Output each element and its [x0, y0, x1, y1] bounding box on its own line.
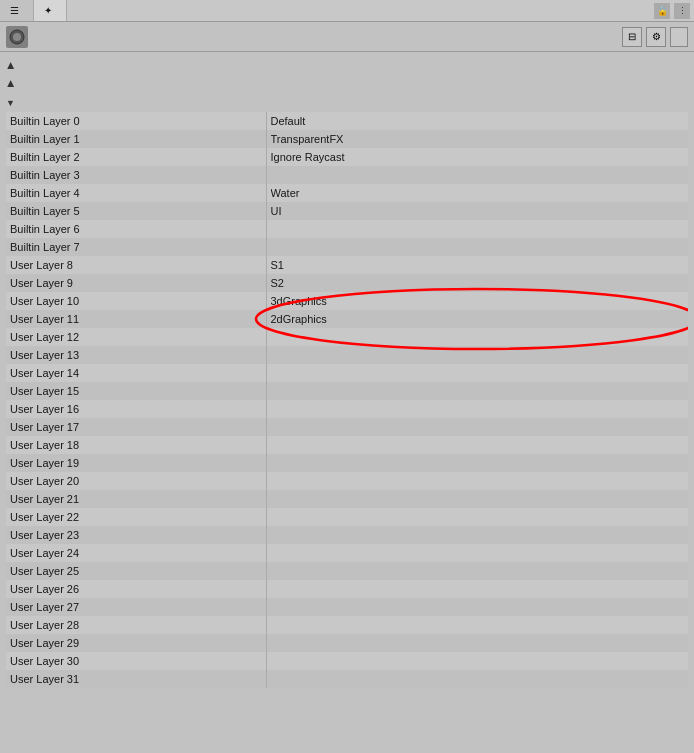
- layer-value-input[interactable]: [271, 115, 685, 127]
- layer-value-input[interactable]: [271, 583, 685, 595]
- layer-row: Builtin Layer 0: [6, 112, 688, 130]
- sorting-layers-section-header[interactable]: ▶: [6, 74, 688, 92]
- sorting-layers-triangle: ▶: [5, 80, 15, 87]
- tab-bar: ☰ ✦ 🔒 ⋮: [0, 0, 694, 22]
- layer-key: User Layer 13: [6, 346, 266, 364]
- layer-value-input[interactable]: [271, 349, 685, 361]
- layer-key: Builtin Layer 7: [6, 238, 266, 256]
- layer-value-input[interactable]: [271, 223, 685, 235]
- open-button[interactable]: [670, 27, 688, 47]
- layer-value-input[interactable]: [271, 511, 685, 523]
- layer-key: User Layer 10: [6, 292, 266, 310]
- layer-value-input[interactable]: [271, 313, 685, 325]
- layer-value-cell: [266, 454, 688, 472]
- layer-value-input[interactable]: [271, 655, 685, 667]
- layer-value-input[interactable]: [271, 295, 685, 307]
- layer-row: User Layer 16: [6, 400, 688, 418]
- layer-row: User Layer 13: [6, 346, 688, 364]
- layer-key: User Layer 24: [6, 544, 266, 562]
- layer-value-cell: [266, 598, 688, 616]
- layer-row: User Layer 23: [6, 526, 688, 544]
- layer-key: Builtin Layer 5: [6, 202, 266, 220]
- layer-value-cell: [266, 274, 688, 292]
- layer-value-input[interactable]: [271, 367, 685, 379]
- layer-value-cell: [266, 400, 688, 418]
- tab-inspector[interactable]: ☰: [0, 0, 34, 21]
- layer-value-cell: [266, 166, 688, 184]
- svg-point-1: [13, 33, 21, 41]
- layers-section-header[interactable]: ▼: [6, 94, 688, 112]
- layer-value-input[interactable]: [271, 439, 685, 451]
- layer-value-input[interactable]: [271, 187, 685, 199]
- layer-value-input[interactable]: [271, 529, 685, 541]
- layer-value-cell: [266, 346, 688, 364]
- layer-value-input[interactable]: [271, 421, 685, 433]
- layer-key: User Layer 20: [6, 472, 266, 490]
- layer-key: User Layer 30: [6, 652, 266, 670]
- layer-key: Builtin Layer 2: [6, 148, 266, 166]
- layer-value-cell: [266, 220, 688, 238]
- layer-value-input[interactable]: [271, 493, 685, 505]
- header-buttons: ⊟ ⚙: [622, 27, 688, 47]
- layer-value-cell: [266, 508, 688, 526]
- layer-value-cell: [266, 238, 688, 256]
- panel-header: ⊟ ⚙: [0, 22, 694, 52]
- layer-value-input[interactable]: [271, 475, 685, 487]
- content-area: ▶ ▶ ▼ Builtin Layer 0Builtin Layer 1Buil…: [0, 52, 694, 692]
- layer-value-cell: [266, 652, 688, 670]
- layer-value-cell: [266, 634, 688, 652]
- layer-value-input[interactable]: [271, 637, 685, 649]
- inspector-icon: ☰: [10, 5, 19, 16]
- layer-value-input[interactable]: [271, 619, 685, 631]
- layer-value-input[interactable]: [271, 547, 685, 559]
- layer-key: User Layer 8: [6, 256, 266, 274]
- layer-key: User Layer 16: [6, 400, 266, 418]
- layer-value-input[interactable]: [271, 403, 685, 415]
- layer-value-input[interactable]: [271, 601, 685, 613]
- layer-row: User Layer 28: [6, 616, 688, 634]
- lock-button[interactable]: 🔒: [654, 3, 670, 19]
- layer-key: Builtin Layer 6: [6, 220, 266, 238]
- layer-value-input[interactable]: [271, 331, 685, 343]
- layer-row: Builtin Layer 7: [6, 238, 688, 256]
- layer-value-input[interactable]: [271, 259, 685, 271]
- layer-row: User Layer 15: [6, 382, 688, 400]
- layer-key: Builtin Layer 1: [6, 130, 266, 148]
- layer-key: User Layer 21: [6, 490, 266, 508]
- layer-value-cell: [266, 112, 688, 130]
- layer-row: User Layer 22: [6, 508, 688, 526]
- layer-key: User Layer 19: [6, 454, 266, 472]
- layer-key: User Layer 15: [6, 382, 266, 400]
- layer-row: User Layer 19: [6, 454, 688, 472]
- layer-row: User Layer 12: [6, 328, 688, 346]
- collapse-button[interactable]: ⊟: [622, 27, 642, 47]
- layer-value-cell: [266, 472, 688, 490]
- layer-value-input[interactable]: [271, 151, 685, 163]
- layer-value-input[interactable]: [271, 565, 685, 577]
- layer-value-input[interactable]: [271, 673, 685, 685]
- layers-section: ▼ Builtin Layer 0Builtin Layer 1Builtin …: [6, 94, 688, 688]
- layer-row: User Layer 18: [6, 436, 688, 454]
- layer-value-cell: [266, 184, 688, 202]
- tab-actions: 🔒 ⋮: [654, 3, 694, 19]
- tags-section-header[interactable]: ▶: [6, 56, 688, 74]
- layer-value-input[interactable]: [271, 385, 685, 397]
- layer-value-input[interactable]: [271, 457, 685, 469]
- layer-value-input[interactable]: [271, 205, 685, 217]
- layer-value-input[interactable]: [271, 277, 685, 289]
- layer-value-input[interactable]: [271, 133, 685, 145]
- layer-row: User Layer 10: [6, 292, 688, 310]
- layer-value-input[interactable]: [271, 241, 685, 253]
- layer-key: User Layer 12: [6, 328, 266, 346]
- tab-lighting[interactable]: ✦: [34, 0, 67, 21]
- layer-row: Builtin Layer 2: [6, 148, 688, 166]
- layer-key: User Layer 11: [6, 310, 266, 328]
- layer-key: User Layer 17: [6, 418, 266, 436]
- layer-value-input[interactable]: [271, 169, 685, 181]
- layer-row: Builtin Layer 1: [6, 130, 688, 148]
- layer-value-cell: [266, 130, 688, 148]
- more-button[interactable]: ⋮: [674, 3, 690, 19]
- layers-table-wrapper: Builtin Layer 0Builtin Layer 1Builtin La…: [6, 112, 688, 688]
- layer-row: Builtin Layer 3: [6, 166, 688, 184]
- settings-button[interactable]: ⚙: [646, 27, 666, 47]
